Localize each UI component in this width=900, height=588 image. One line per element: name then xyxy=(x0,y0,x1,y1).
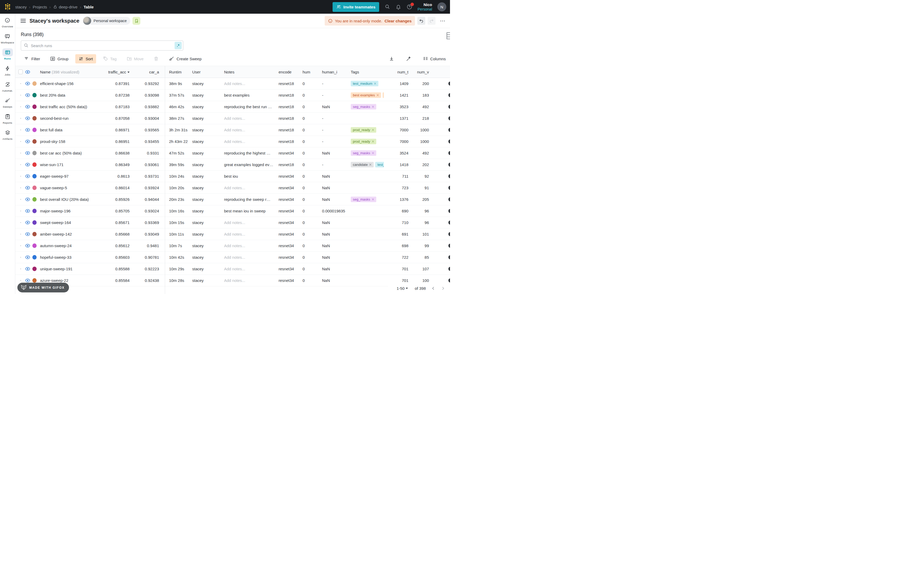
notes-cell[interactable]: Add notes... xyxy=(224,220,278,225)
column-header-human-id[interactable]: human_i xyxy=(322,70,350,74)
table-row[interactable]: hopeful-sweep-33 0.85603 0.90781 10m 42s… xyxy=(15,252,450,263)
drag-handle[interactable] xyxy=(19,199,23,200)
drag-handle[interactable] xyxy=(19,95,23,96)
run-name-link[interactable]: best overall IOU (20% data) xyxy=(38,197,106,202)
remove-tag-icon[interactable] xyxy=(372,198,374,201)
remove-tag-icon[interactable] xyxy=(369,164,371,166)
magic-wand-icon[interactable] xyxy=(405,55,412,63)
run-name-link[interactable]: azure-sweep-22 xyxy=(38,278,106,283)
run-name-link[interactable]: amber-sweep-142 xyxy=(38,232,106,236)
remove-tag-icon[interactable] xyxy=(372,105,374,108)
tag-pill[interactable]: test_medium xyxy=(351,81,379,86)
redo-button[interactable] xyxy=(428,17,436,25)
avatar[interactable]: N xyxy=(438,2,446,11)
pinned-column-divider[interactable] xyxy=(165,66,165,294)
notes-cell[interactable]: Add notes... xyxy=(224,255,278,260)
drag-handle[interactable] xyxy=(19,141,23,142)
sort-button[interactable]: Sort xyxy=(75,54,96,63)
notifications-bell-icon[interactable] xyxy=(396,4,401,10)
notes-cell[interactable]: Add notes... xyxy=(224,139,278,144)
drag-handle[interactable] xyxy=(19,106,23,107)
group-button[interactable]: Group xyxy=(47,54,71,63)
invite-teammates-button[interactable]: Invite teammates xyxy=(332,2,379,12)
remove-tag-icon[interactable] xyxy=(377,94,379,96)
breadcrumb-entity[interactable]: stacey xyxy=(15,5,26,9)
visibility-eye-icon[interactable] xyxy=(24,267,31,271)
run-name-link[interactable]: efficient-shape-156 xyxy=(38,81,106,86)
wandb-logo-icon[interactable] xyxy=(0,3,15,11)
remove-tag-icon[interactable] xyxy=(372,152,374,154)
drag-handle[interactable] xyxy=(19,280,23,281)
drag-handle[interactable] xyxy=(19,153,23,153)
visibility-eye-icon[interactable] xyxy=(24,255,31,260)
tag-pill[interactable]: best examples xyxy=(351,92,381,98)
table-row[interactable]: major-sweep-196 0.85705 0.93024 10m 16s … xyxy=(15,205,450,217)
clear-changes-link[interactable]: Clear changes xyxy=(385,19,411,23)
run-name-link[interactable]: best 20% data xyxy=(38,93,106,97)
visibility-eye-icon[interactable] xyxy=(24,174,31,178)
table-row[interactable]: proud-sky-158 0.86951 0.93455 2h 43m 22 … xyxy=(15,136,450,147)
tag-pill[interactable]: prod_ready xyxy=(351,127,376,133)
remove-tag-icon[interactable] xyxy=(372,140,374,143)
sidebar-item-artifacts[interactable]: Artifacts xyxy=(2,129,13,140)
visibility-eye-icon[interactable] xyxy=(24,139,31,144)
table-row[interactable]: best 20% data 0.87238 0.93098 37m 57s st… xyxy=(15,90,450,101)
run-name-link[interactable]: hopeful-sweep-33 xyxy=(38,255,106,260)
run-name-link[interactable]: unique-sweep-191 xyxy=(38,267,106,271)
regex-toggle[interactable]: .* xyxy=(175,42,182,49)
sidebar-item-reports[interactable]: Reports xyxy=(2,113,13,124)
table-row[interactable]: vague-sweep-5 0.86014 0.93924 10m 20s st… xyxy=(15,182,450,194)
run-name-link[interactable]: second-best-run xyxy=(38,116,106,121)
table-row[interactable]: unique-sweep-191 0.85588 0.92223 10m 29s… xyxy=(15,263,450,275)
run-name-link[interactable]: wise-sun-171 xyxy=(38,162,106,167)
sidebar-item-workspace[interactable]: Workspace xyxy=(1,32,14,44)
notes-cell[interactable]: Add notes... xyxy=(224,116,278,121)
column-header-traffic-acc[interactable]: traffic_acc xyxy=(106,70,130,74)
visibility-eye-icon[interactable] xyxy=(24,105,31,109)
table-row[interactable]: best full data 0.86971 0.93565 3h 2m 31s… xyxy=(15,124,450,136)
notes-cell[interactable]: reproducing the sweep r… xyxy=(224,197,278,202)
run-name-link[interactable]: proud-sky-158 xyxy=(38,139,106,144)
table-row[interactable]: second-best-run 0.87058 0.93004 38m 27s … xyxy=(15,113,450,124)
drag-handle[interactable] xyxy=(19,187,23,188)
breadcrumb-projects[interactable]: Projects xyxy=(33,5,47,9)
run-name-link[interactable]: eager-sweep-97 xyxy=(38,174,106,178)
visibility-eye-icon[interactable] xyxy=(24,151,31,155)
more-menu-icon[interactable]: ⋯ xyxy=(440,18,446,24)
tag-pill[interactable]: prod_ready xyxy=(351,139,376,144)
sidebar-item-automat[interactable]: Automat. xyxy=(2,80,13,92)
notes-cell[interactable]: best examples xyxy=(224,93,278,97)
notes-cell[interactable]: best mean iou in sweep xyxy=(224,209,278,213)
visibility-eye-icon[interactable] xyxy=(24,81,31,86)
run-name-link[interactable]: autumn-sweep-24 xyxy=(38,243,106,248)
run-name-link[interactable]: swept-sweep-164 xyxy=(38,220,106,225)
sidebar-item-jobs[interactable]: Jobs xyxy=(2,65,13,76)
notes-cell[interactable]: Add notes... xyxy=(224,243,278,248)
visibility-eye-icon[interactable] xyxy=(24,197,31,202)
user-menu[interactable]: Nico Personal xyxy=(417,2,432,11)
tag-pill[interactable]: seg_masks xyxy=(351,150,376,156)
sidebar-item-runs[interactable]: Runs xyxy=(2,48,13,60)
table-row[interactable]: efficient-shape-156 0.87391 0.93292 38m … xyxy=(15,78,450,90)
table-row[interactable]: wise-sun-171 0.86349 0.93061 39m 59s sta… xyxy=(15,159,450,170)
drag-handle[interactable] xyxy=(19,83,23,84)
drag-handle[interactable] xyxy=(19,245,23,246)
column-header-tags[interactable]: Tags xyxy=(351,70,384,74)
notes-cell[interactable]: Add notes... xyxy=(224,186,278,190)
search-runs-input[interactable] xyxy=(21,40,183,51)
column-header-car-a[interactable]: car_a xyxy=(130,70,159,74)
page-range-select[interactable]: 1-50 xyxy=(395,286,410,291)
table-row[interactable]: swept-sweep-164 0.85671 0.93369 10m 15s … xyxy=(15,217,450,229)
visibility-eye-icon[interactable] xyxy=(24,162,31,167)
run-name-link[interactable]: vague-sweep-5 xyxy=(38,186,106,190)
visibility-eye-icon[interactable] xyxy=(24,93,31,97)
visibility-eye-icon[interactable] xyxy=(24,209,31,213)
remove-tag-icon[interactable] xyxy=(372,129,374,131)
breadcrumb-page[interactable]: Table xyxy=(84,5,93,9)
tag-pill[interactable]: seg_masks xyxy=(351,104,376,110)
undo-button[interactable] xyxy=(417,17,425,25)
sidebar-item-sweeps[interactable]: Sweeps xyxy=(2,97,13,108)
drag-handle[interactable] xyxy=(19,164,23,165)
column-header-num-t[interactable]: num_t xyxy=(384,70,408,74)
drag-handle[interactable] xyxy=(19,268,23,269)
